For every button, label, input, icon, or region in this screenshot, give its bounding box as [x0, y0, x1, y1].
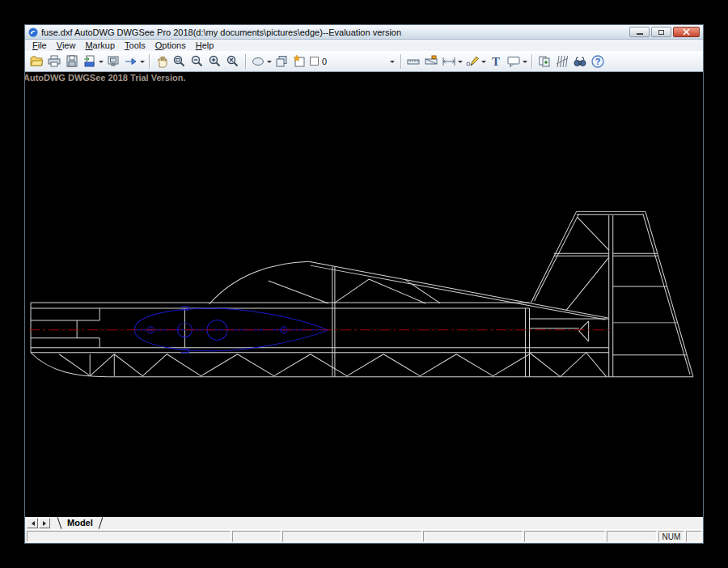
- forward-arrow-icon: [124, 54, 138, 69]
- zoom-extents-button[interactable]: [224, 53, 242, 70]
- save-icon: [65, 54, 79, 69]
- svg-text:?: ?: [595, 57, 601, 66]
- stamp-button[interactable]: [535, 53, 553, 70]
- zoom-window-button[interactable]: [171, 53, 188, 70]
- layer-combo[interactable]: 0: [308, 54, 397, 69]
- layer-manager-button[interactable]: [290, 53, 308, 70]
- zoom-window-icon: [172, 54, 187, 69]
- binoculars-icon: [573, 54, 587, 69]
- zoom-in-button[interactable]: [206, 53, 224, 70]
- save-button[interactable]: [63, 53, 81, 70]
- status-panel: [27, 531, 231, 542]
- close-icon: [683, 28, 690, 36]
- status-panel: [686, 531, 701, 542]
- dimension-dropdown-caret[interactable]: [458, 61, 463, 66]
- callout-dropdown-caret[interactable]: [523, 61, 527, 66]
- ellipse-icon: [251, 54, 265, 69]
- status-panel: [282, 531, 421, 542]
- cad-drawing-fuselage: [25, 72, 703, 517]
- text-tool-icon: T: [489, 54, 503, 69]
- measure-area-button[interactable]: [422, 53, 440, 70]
- svg-text:T: T: [492, 55, 500, 68]
- pen-dropdown-caret[interactable]: [481, 61, 486, 66]
- hatch-button[interactable]: [553, 53, 571, 70]
- zoom-out-icon: [190, 54, 205, 69]
- menu-markup[interactable]: Markup: [80, 40, 120, 50]
- dimension-button[interactable]: [440, 53, 458, 70]
- menu-view[interactable]: View: [52, 40, 81, 50]
- close-button[interactable]: [673, 27, 700, 37]
- drawing-canvas[interactable]: AutoDWG DWGSee 2018 Trial Version.: [25, 72, 703, 517]
- layer-color-swatch: [310, 57, 319, 66]
- pan-hand-icon: [154, 54, 169, 69]
- open-folder-icon: [29, 54, 44, 69]
- callout-markup-button[interactable]: [505, 53, 523, 70]
- hatch-icon: [555, 54, 569, 69]
- zoom-extents-icon: [226, 54, 240, 69]
- layout-tab-bar: Model: [25, 517, 703, 529]
- stamp-icon: [537, 54, 552, 69]
- layer-manager-icon: [292, 54, 307, 69]
- minimize-button[interactable]: [629, 27, 650, 37]
- menu-bar: File View Markup Tools Options Help: [25, 40, 703, 51]
- maximize-icon: [658, 30, 664, 35]
- open-button[interactable]: [28, 53, 45, 70]
- forward-dropdown-caret[interactable]: [140, 61, 145, 66]
- dimension-icon: [442, 54, 456, 69]
- layers-icon: [274, 54, 289, 69]
- toolbar-separator: [149, 54, 150, 69]
- menu-tools[interactable]: Tools: [120, 40, 150, 50]
- left-arrow-icon: [29, 521, 35, 526]
- right-arrow-icon: [43, 521, 49, 526]
- desktop: fuse.dxf AutoDWG DWGSee Pro 2018(d:\my d…: [0, 0, 728, 568]
- menu-file[interactable]: File: [28, 40, 52, 50]
- toolbar-separator: [531, 54, 532, 69]
- pen-markup-button[interactable]: [463, 53, 481, 70]
- tab-scroll-left-button[interactable]: [27, 518, 38, 528]
- measure-area-icon: [424, 54, 438, 69]
- export-dropdown-caret[interactable]: [99, 61, 104, 66]
- layer-combo-caret[interactable]: [390, 61, 395, 66]
- callout-icon: [506, 54, 521, 69]
- export-icon: [83, 54, 97, 69]
- status-panel: [423, 531, 523, 542]
- toolbar-separator: [400, 54, 401, 69]
- title-bar[interactable]: fuse.dxf AutoDWG DWGSee Pro 2018(d:\my d…: [25, 25, 703, 40]
- menu-help[interactable]: Help: [191, 40, 219, 50]
- measure-distance-button[interactable]: [404, 53, 422, 70]
- status-panel: [607, 531, 657, 542]
- menu-options[interactable]: Options: [150, 40, 191, 50]
- maximize-button[interactable]: [651, 27, 671, 37]
- status-panel: [232, 531, 281, 542]
- status-bar: NUM: [25, 529, 703, 543]
- tab-model[interactable]: Model: [57, 517, 104, 529]
- app-logo-icon: [28, 28, 38, 37]
- window-controls: [629, 27, 700, 37]
- layers-button[interactable]: [273, 53, 290, 70]
- text-markup-button[interactable]: T: [487, 53, 505, 70]
- print-button[interactable]: [45, 53, 63, 70]
- help-icon: ?: [590, 54, 605, 69]
- view-display-button[interactable]: [104, 53, 122, 70]
- layer-combo-value: 0: [322, 57, 327, 66]
- num-lock-indicator: NUM: [658, 531, 684, 542]
- ellipse-dropdown-caret[interactable]: [267, 61, 272, 66]
- ellipse-tool-button[interactable]: [249, 53, 267, 70]
- help-button[interactable]: ?: [589, 53, 607, 70]
- window-title: fuse.dxf AutoDWG DWGSee Pro 2018(d:\my d…: [41, 28, 401, 37]
- zoom-in-icon: [208, 54, 222, 69]
- toolbar-separator: [245, 54, 246, 69]
- pan-button[interactable]: [153, 53, 171, 70]
- toolbar: 0: [25, 51, 703, 72]
- status-panel: [524, 531, 605, 542]
- zoom-out-button[interactable]: [188, 53, 206, 70]
- pen-icon: [465, 54, 480, 69]
- measure-distance-icon: [406, 54, 421, 69]
- find-button[interactable]: [571, 53, 589, 70]
- export-button[interactable]: [81, 53, 99, 70]
- minimize-icon: [637, 33, 643, 35]
- print-icon: [47, 54, 61, 69]
- forward-button[interactable]: [122, 53, 140, 70]
- tab-scroll-right-button[interactable]: [39, 518, 50, 528]
- app-window: fuse.dxf AutoDWG DWGSee Pro 2018(d:\my d…: [24, 24, 704, 544]
